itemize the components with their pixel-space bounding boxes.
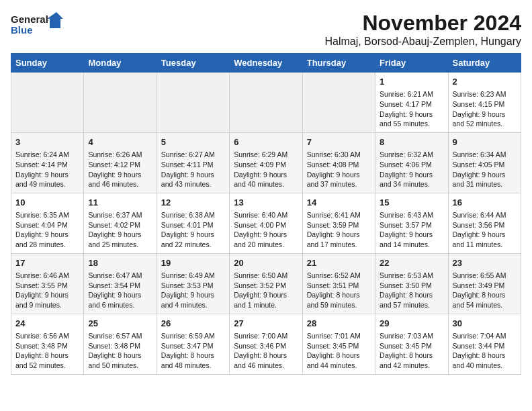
day-info: and 37 minutes. <box>307 179 371 189</box>
day-info: Sunrise: 6:26 AM <box>88 150 152 160</box>
day-info: Daylight: 9 hours <box>15 170 79 180</box>
day-info: Sunset: 4:06 PM <box>380 160 443 170</box>
day-info: Daylight: 9 hours <box>161 170 225 180</box>
day-info: Sunset: 4:11 PM <box>161 160 225 170</box>
calendar-cell: 29Sunrise: 7:03 AMSunset: 3:45 PMDayligh… <box>375 314 448 374</box>
day-info: and 52 minutes. <box>453 119 517 129</box>
day-info: Daylight: 9 hours <box>453 230 517 240</box>
calendar-cell: 18Sunrise: 6:47 AMSunset: 3:54 PMDayligh… <box>84 253 157 314</box>
calendar-cell: 9Sunrise: 6:34 AMSunset: 4:05 PMDaylight… <box>448 132 521 193</box>
day-info: Daylight: 8 hours <box>161 351 225 361</box>
day-number: 19 <box>161 257 225 269</box>
day-number: 10 <box>15 197 79 209</box>
day-info: Sunrise: 6:35 AM <box>15 210 79 220</box>
calendar-cell: 24Sunrise: 6:56 AMSunset: 3:48 PMDayligh… <box>11 314 84 374</box>
day-info: Sunrise: 6:50 AM <box>234 271 298 281</box>
day-info: Daylight: 9 hours <box>453 170 517 180</box>
calendar-cell: 8Sunrise: 6:32 AMSunset: 4:06 PMDaylight… <box>375 132 448 193</box>
day-info: Sunset: 3:44 PM <box>453 341 517 351</box>
day-info: Sunrise: 6:30 AM <box>307 150 371 160</box>
day-info: Sunrise: 6:47 AM <box>88 271 152 281</box>
day-info: Daylight: 9 hours <box>307 170 371 180</box>
day-info: Sunset: 3:53 PM <box>161 281 225 291</box>
day-info: Daylight: 9 hours <box>380 109 443 120</box>
day-info: Sunset: 3:59 PM <box>307 220 371 230</box>
day-info: and 17 minutes. <box>307 240 371 250</box>
day-number: 24 <box>15 318 79 330</box>
day-info: Sunrise: 6:46 AM <box>15 271 79 281</box>
week-row-3: 10Sunrise: 6:35 AMSunset: 4:04 PMDayligh… <box>11 193 521 253</box>
day-info: Daylight: 9 hours <box>234 170 298 180</box>
day-info: and 54 minutes. <box>453 300 517 310</box>
day-info: and 20 minutes. <box>234 240 298 250</box>
day-info: and 49 minutes. <box>15 179 79 189</box>
calendar-cell <box>84 73 157 133</box>
day-number: 21 <box>307 257 371 269</box>
day-info: Sunset: 4:08 PM <box>307 160 371 170</box>
day-number: 30 <box>453 318 517 330</box>
calendar-cell: 30Sunrise: 7:04 AMSunset: 3:44 PMDayligh… <box>448 314 521 374</box>
day-number: 8 <box>380 136 443 148</box>
calendar-cell: 21Sunrise: 6:52 AMSunset: 3:51 PMDayligh… <box>302 253 375 314</box>
day-info: Sunset: 3:51 PM <box>307 281 371 291</box>
day-info: and 50 minutes. <box>88 361 152 371</box>
day-info: Sunset: 3:48 PM <box>88 341 152 351</box>
calendar-cell: 27Sunrise: 7:00 AMSunset: 3:46 PMDayligh… <box>230 314 302 374</box>
day-info: Daylight: 9 hours <box>234 230 298 240</box>
calendar-cell: 22Sunrise: 6:53 AMSunset: 3:50 PMDayligh… <box>375 253 448 314</box>
day-number: 27 <box>234 318 298 330</box>
day-info: and 46 minutes. <box>88 179 152 189</box>
day-info: Sunset: 4:02 PM <box>88 220 152 230</box>
day-info: Sunrise: 6:27 AM <box>161 150 225 160</box>
day-info: Sunset: 4:05 PM <box>453 160 517 170</box>
calendar-cell: 11Sunrise: 6:37 AMSunset: 4:02 PMDayligh… <box>84 193 157 253</box>
day-info: and 28 minutes. <box>15 240 79 250</box>
day-number: 6 <box>234 136 298 148</box>
day-info: Sunrise: 7:01 AM <box>307 331 371 341</box>
day-info: Sunset: 4:00 PM <box>234 220 298 230</box>
day-info: Daylight: 9 hours <box>15 290 79 300</box>
svg-marker-2 <box>47 12 63 28</box>
day-info: Sunrise: 6:23 AM <box>453 89 517 99</box>
day-info: Daylight: 9 hours <box>161 290 225 300</box>
svg-text:Blue: Blue <box>11 24 33 36</box>
day-number: 11 <box>88 197 152 209</box>
day-info: Daylight: 8 hours <box>380 290 443 300</box>
calendar-cell: 16Sunrise: 6:44 AMSunset: 3:56 PMDayligh… <box>448 193 521 253</box>
day-number: 23 <box>453 257 517 269</box>
day-info: Daylight: 9 hours <box>88 170 152 180</box>
calendar-cell <box>230 73 302 133</box>
day-info: and 9 minutes. <box>15 300 79 310</box>
calendar-cell: 12Sunrise: 6:38 AMSunset: 4:01 PMDayligh… <box>157 193 229 253</box>
day-info: Sunrise: 6:53 AM <box>380 271 443 281</box>
day-number: 9 <box>453 136 517 148</box>
calendar-cell: 20Sunrise: 6:50 AMSunset: 3:52 PMDayligh… <box>230 253 302 314</box>
day-number: 17 <box>15 257 79 269</box>
day-info: Daylight: 9 hours <box>88 290 152 300</box>
day-info: Sunset: 4:17 PM <box>380 99 443 109</box>
day-info: Sunset: 3:49 PM <box>453 281 517 291</box>
day-info: Daylight: 8 hours <box>307 351 371 361</box>
calendar-cell: 15Sunrise: 6:43 AMSunset: 3:57 PMDayligh… <box>375 193 448 253</box>
logo-icon: General Blue <box>11 11 64 40</box>
day-info: Sunset: 3:52 PM <box>234 281 298 291</box>
day-info: Sunset: 4:15 PM <box>453 99 517 109</box>
title-block: November 2024 Halmaj, Borsod-Abauj-Zempl… <box>324 11 521 48</box>
page-title: November 2024 <box>324 11 521 36</box>
day-info: and 34 minutes. <box>380 179 443 189</box>
day-info: Sunrise: 6:59 AM <box>161 331 225 341</box>
day-info: Sunrise: 7:00 AM <box>234 331 298 341</box>
day-info: and 22 minutes. <box>161 240 225 250</box>
day-info: Sunset: 4:14 PM <box>15 160 79 170</box>
header-monday: Monday <box>84 54 157 73</box>
day-info: and 4 minutes. <box>161 300 225 310</box>
day-info: and 55 minutes. <box>380 119 443 129</box>
day-info: Sunrise: 6:21 AM <box>380 89 443 99</box>
calendar-cell: 2Sunrise: 6:23 AMSunset: 4:15 PMDaylight… <box>448 73 521 133</box>
calendar-cell <box>11 73 84 133</box>
day-number: 25 <box>88 318 152 330</box>
day-info: Daylight: 9 hours <box>161 230 225 240</box>
day-info: Sunset: 4:09 PM <box>234 160 298 170</box>
day-info: Sunset: 3:50 PM <box>380 281 443 291</box>
calendar-table: SundayMondayTuesdayWednesdayThursdayFrid… <box>11 53 521 375</box>
